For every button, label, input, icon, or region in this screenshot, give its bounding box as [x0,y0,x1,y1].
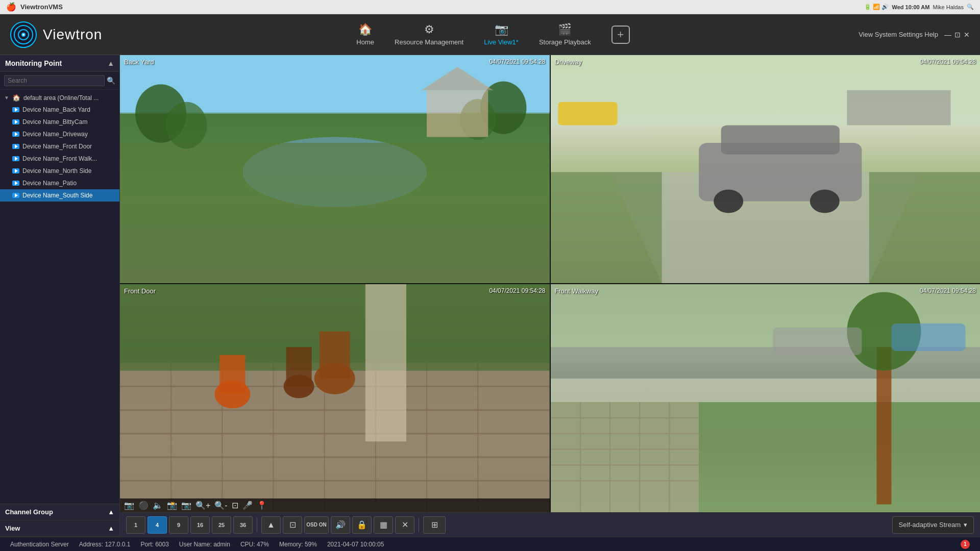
ctrl-record-icon[interactable]: 📷 [124,500,134,510]
app-logo: Viewtron [10,21,128,48]
ctrl-location-icon[interactable]: 📍 [257,500,267,510]
svg-rect-61 [773,328,862,355]
tree-group-default[interactable]: ▼ 🏠 default area (Online/Total ... [0,92,119,104]
datetime-label: 2021-04-07 10:00:05 [327,541,384,548]
device-item-frontdoor[interactable]: Device Name_Front Door [0,140,119,153]
svg-rect-12 [427,90,488,137]
toolbar-audio-btn[interactable]: 🔊 [331,516,350,534]
channel-group-collapse-icon: ▲ [108,508,114,516]
app-nav: 🏠 Home ⚙ Resource Management 📷 Live View… [128,23,859,46]
camera-label-frontwalk: Front Walkway [555,287,598,295]
cam-icon-frontwalk [12,156,19,161]
mac-titlebar-right: 🔋 📶 🔊 Wed 10:00 AM Mike Haldas 🔍 [864,4,974,10]
window-minimize[interactable]: — [944,31,951,39]
window-close[interactable]: ✕ [964,31,970,39]
camera-time-frontwalk: 04/07/2021 09:54:28 [920,287,976,294]
nav-resource[interactable]: ⚙ Resource Management [395,23,463,46]
toolbar-lock-btn[interactable]: 🔒 [352,516,372,534]
mac-titlebar: 🍎 ViewtronVMS 🔋 📶 🔊 Wed 10:00 AM Mike Ha… [0,0,980,14]
ctrl-zoomin-icon[interactable]: 🔍+ [195,500,210,510]
svg-rect-39 [320,331,350,378]
camera-label-driveway: Driveway [555,58,582,66]
nav-home[interactable]: 🏠 Home [356,23,374,46]
app-logo-icon [10,21,37,48]
layout-9-button[interactable]: 9 [169,516,188,534]
monitoring-point-collapse[interactable]: ▲ [107,59,114,67]
nav-storage[interactable]: 🎬 Storage Playback [539,23,591,46]
view-section[interactable]: View ▲ [0,520,119,537]
ctrl-snapshot-icon[interactable]: 📸 [167,500,177,510]
device-item-driveway[interactable]: Device Name_Driveway [0,128,119,140]
svg-rect-7 [120,143,550,283]
ctrl-mic-icon[interactable]: 🎤 [242,500,253,510]
layout-1-button[interactable]: 1 [126,516,145,534]
toolbar-divider-1 [257,518,257,532]
home-nav-icon: 🏠 [358,23,372,36]
toolbar-osd-btn[interactable]: OSD ON [304,516,329,534]
app-logo-text: Viewtron [43,27,102,43]
toolbar-divider-2 [419,518,419,532]
device-item-backyard[interactable]: Device Name_Back Yard [0,104,119,116]
device-item-southside[interactable]: Device Name_South Side [0,189,119,202]
toolbar-fullscreen-btn[interactable]: ⊞ [423,516,446,534]
app-header: Viewtron 🏠 Home ⚙ Resource Management 📷 … [0,14,980,55]
stream-select-label: Self-adaptive Stream [899,521,961,529]
camera-label-backyard: Back Yard [124,58,154,66]
camera-cell-frontdoor[interactable]: Front Door 04/07/2021 09:54:28 📷 ⚫ 🔈 📸 📷… [120,284,550,512]
toolbar-layout-icon-btn[interactable]: ⊡ [283,516,302,534]
ctrl-camera-icon[interactable]: 📷 [181,500,191,510]
mac-titlebar-left: 🍎 ViewtronVMS [6,2,63,12]
ctrl-audio-icon[interactable]: 🔈 [153,500,163,510]
device-item-frontwalk[interactable]: Device Name_Front Walk... [0,153,119,165]
monitoring-point-header: Monitoring Point ▲ [0,55,119,72]
address-label: Address: 127.0.0.1 [79,541,131,548]
ctrl-zoomout-icon[interactable]: 🔍- [214,500,227,510]
device-name-frontwalk: Device Name_Front Walk... [22,155,97,162]
layout-16-button[interactable]: 16 [190,516,210,534]
svg-rect-23 [558,102,617,126]
svg-rect-20 [847,90,950,126]
mac-search-icon[interactable]: 🔍 [967,4,974,10]
expand-icon: ▼ [4,95,9,101]
camera-cell-driveway[interactable]: Driveway 04/07/2021 09:54:28 [551,55,981,283]
device-item-northside[interactable]: Device Name_North Side [0,165,119,177]
view-label: View [5,524,20,532]
device-name-backyard: Device Name_Back Yard [22,106,90,113]
stream-select-chevron: ▾ [964,521,967,529]
ctrl-fullscreen-icon[interactable]: ⊡ [232,500,238,510]
channel-group-label: Channel Group [5,508,53,516]
toolbar-arrow-btn[interactable]: ▲ [261,516,281,534]
camera-controls-bar: 📷 ⚫ 🔈 📸 📷 🔍+ 🔍- ⊡ 🎤 📍 [120,498,550,512]
device-name-frontdoor: Device Name_Front Door [22,143,92,150]
mac-clock: Wed 10:00 AM [892,4,930,10]
svg-rect-47 [551,379,981,402]
layout-25-button[interactable]: 25 [212,516,231,534]
channel-group-section[interactable]: Channel Group ▲ [0,504,119,520]
svg-point-19 [810,190,839,213]
svg-rect-22 [869,172,980,283]
device-item-bittycam[interactable]: Device Name_BittyCam [0,116,119,128]
liveview-nav-label: Live View1* [484,38,519,46]
sidebar-search-bar: 🔍 [0,72,119,90]
search-input[interactable] [4,75,105,86]
device-item-patio[interactable]: Device Name_Patio [0,177,119,189]
camera-time-driveway: 04/07/2021 09:54:28 [920,58,976,65]
header-right: View System Settings Help — ⊡ ✕ [859,31,970,39]
nav-add-button[interactable]: + [611,26,630,44]
toolbar-close-btn[interactable]: ✕ [395,516,414,534]
window-maximize[interactable]: ⊡ [954,31,961,39]
area-home-icon: 🏠 [12,94,20,102]
cam-icon-driveway [12,132,19,137]
camera-cell-backyard[interactable]: Back Yard 04/07/2021 09:54:28 [120,55,550,283]
ctrl-circle-icon[interactable]: ⚫ [138,500,149,510]
camera-cell-frontwalk[interactable]: Front Walkway 04/07/2021 09:54:28 [551,284,981,512]
area-label: default area (Online/Total ... [23,94,99,102]
svg-rect-49 [876,347,891,504]
stream-select-dropdown[interactable]: Self-adaptive Stream ▾ [892,516,974,534]
layout-36-button[interactable]: 36 [233,516,253,534]
status-alert-badge[interactable]: 1 [961,540,970,549]
nav-liveview[interactable]: 📷 Live View1* [484,23,519,46]
toolbar-grid-btn[interactable]: ▦ [374,516,393,534]
layout-4-button[interactable]: 4 [148,516,167,534]
apple-menu-icon[interactable]: 🍎 [6,2,16,12]
